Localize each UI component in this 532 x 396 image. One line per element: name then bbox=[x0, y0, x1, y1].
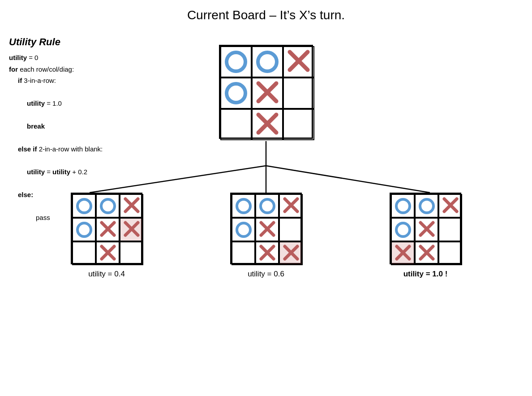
line-5: else if 2-in-a-row with blank: bbox=[9, 143, 103, 155]
cell-0-2 bbox=[283, 46, 314, 77]
svg-line-1 bbox=[90, 166, 266, 193]
cell-2-1 bbox=[415, 241, 438, 265]
cell-1-1 bbox=[255, 218, 279, 241]
o-piece bbox=[236, 198, 252, 214]
o-piece bbox=[76, 198, 92, 214]
x-piece bbox=[124, 221, 140, 239]
bottom-left-item: utility = 0.4 bbox=[71, 193, 142, 279]
x-piece bbox=[283, 197, 299, 215]
o-piece bbox=[225, 82, 247, 104]
cell-2-2 bbox=[120, 241, 143, 265]
cell-2-0 bbox=[391, 241, 415, 265]
cell-0-1 bbox=[255, 194, 279, 218]
line-4: break bbox=[9, 121, 103, 132]
cell-0-0 bbox=[72, 194, 96, 218]
o-piece bbox=[236, 222, 252, 238]
x-piece bbox=[259, 221, 275, 239]
cell-2-2 bbox=[283, 109, 314, 140]
bottom-right-board bbox=[390, 193, 461, 264]
cell-2-1 bbox=[96, 241, 120, 265]
bottom-right-item: utility = 1.0 ! bbox=[390, 193, 461, 279]
x-piece bbox=[124, 197, 140, 215]
x-piece bbox=[283, 245, 299, 263]
cell-1-1 bbox=[96, 218, 120, 241]
bottom-left-board bbox=[71, 193, 142, 264]
x-piece bbox=[287, 50, 310, 74]
o-piece bbox=[100, 198, 116, 214]
cell-1-2 bbox=[438, 218, 462, 241]
cell-2-1 bbox=[255, 241, 279, 265]
cell-2-0 bbox=[220, 109, 252, 140]
o-piece bbox=[225, 51, 247, 73]
o-piece bbox=[76, 222, 92, 238]
top-board bbox=[219, 45, 313, 139]
cell-2-2 bbox=[438, 241, 462, 265]
bottom-left-label: utility = 0.4 bbox=[88, 270, 125, 279]
cell-1-0 bbox=[220, 77, 252, 109]
x-piece bbox=[100, 245, 116, 263]
top-board-wrapper bbox=[219, 45, 313, 139]
x-piece bbox=[419, 245, 435, 263]
cell-2-1 bbox=[252, 109, 283, 140]
line-1: for each row/col/diag: bbox=[9, 65, 74, 73]
cell-2-0 bbox=[72, 241, 96, 265]
bottom-mid-label: utility = 0.6 bbox=[248, 270, 284, 279]
line-6: utility = utility + 0.2 bbox=[9, 166, 103, 178]
cell-0-2 bbox=[438, 194, 462, 218]
x-piece bbox=[419, 221, 435, 239]
cell-1-0 bbox=[391, 218, 415, 241]
cell-2-0 bbox=[232, 241, 255, 265]
cell-1-1 bbox=[252, 77, 283, 109]
cell-0-0 bbox=[232, 194, 255, 218]
x-piece bbox=[256, 81, 279, 105]
cell-0-1 bbox=[252, 46, 283, 77]
line-2: if 3-in-a-row: bbox=[9, 75, 103, 86]
cell-1-0 bbox=[72, 218, 96, 241]
o-piece bbox=[259, 198, 275, 214]
cell-0-1 bbox=[415, 194, 438, 218]
x-piece bbox=[256, 112, 279, 137]
utility-rule-heading: Utility Rule bbox=[9, 34, 103, 50]
line-3: utility = 1.0 bbox=[9, 98, 103, 109]
cell-2-2 bbox=[279, 241, 303, 265]
cell-0-1 bbox=[96, 194, 120, 218]
cell-0-0 bbox=[220, 46, 252, 77]
cell-0-2 bbox=[279, 194, 303, 218]
o-piece bbox=[395, 198, 411, 214]
bottom-right-label: utility = 1.0 ! bbox=[403, 270, 448, 279]
x-piece bbox=[100, 221, 116, 239]
bottom-boards-wrapper: utility = 0.4 utility = 0.6 bbox=[0, 193, 532, 279]
bottom-mid-item: utility = 0.6 bbox=[230, 193, 302, 279]
cell-1-2 bbox=[279, 218, 303, 241]
cell-1-1 bbox=[415, 218, 438, 241]
svg-line-3 bbox=[266, 166, 430, 193]
cell-0-0 bbox=[391, 194, 415, 218]
cell-1-2 bbox=[283, 77, 314, 109]
cell-1-0 bbox=[232, 218, 255, 241]
x-piece bbox=[259, 245, 275, 263]
bottom-mid-board bbox=[230, 193, 302, 264]
o-piece bbox=[419, 198, 435, 214]
page-title: Current Board – It’s X’s turn. bbox=[0, 8, 532, 22]
o-piece bbox=[256, 51, 279, 73]
x-piece bbox=[442, 197, 459, 215]
cell-1-2 bbox=[120, 218, 143, 241]
cell-0-2 bbox=[120, 194, 143, 218]
o-piece bbox=[395, 222, 411, 238]
line-0: utility = 0 bbox=[9, 54, 38, 61]
x-piece bbox=[395, 245, 411, 263]
